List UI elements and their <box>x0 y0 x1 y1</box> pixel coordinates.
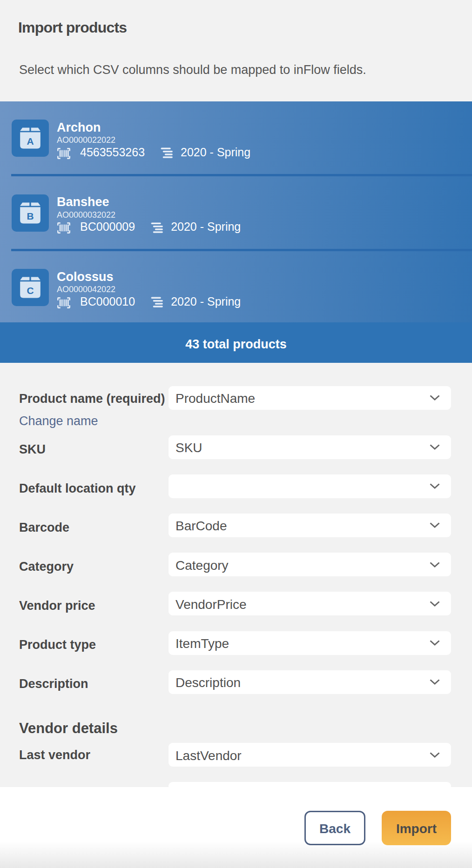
svg-text:A: A <box>27 136 34 147</box>
svg-text:C: C <box>27 285 34 296</box>
svg-text:B: B <box>27 211 34 221</box>
